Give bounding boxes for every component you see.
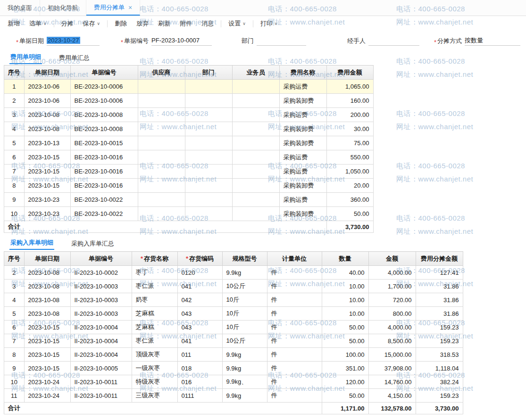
table-cell[interactable]: 360.00 xyxy=(326,193,373,207)
table-cell[interactable]: 15,000.00 xyxy=(368,348,416,362)
table-cell[interactable]: 2023-10-13 xyxy=(24,136,70,150)
table-row[interactable]: 102023-10-24II-2023-10-0011特级灰枣0169.9kg、… xyxy=(4,375,463,389)
table-cell[interactable]: 20.00 xyxy=(326,179,373,193)
table-cell[interactable]: 件 xyxy=(267,389,322,403)
table-cell[interactable]: 50.00 xyxy=(326,207,373,221)
table-cell[interactable]: 041 xyxy=(177,334,222,348)
table-cell[interactable]: 351.00 xyxy=(322,362,368,375)
table-cell[interactable]: 7 xyxy=(4,165,25,179)
table-cell[interactable]: 件 xyxy=(267,362,322,375)
tab-receipt-detail[interactable]: 采购入库单明细 xyxy=(9,237,54,250)
table-cell[interactable]: 9.9kg xyxy=(222,362,267,375)
table-cell[interactable]: 2023-10-23 xyxy=(24,193,70,207)
table-cell[interactable]: 2 xyxy=(4,266,25,280)
table-cell[interactable]: 枣丁 xyxy=(132,266,177,280)
table-cell[interactable]: 10斤 xyxy=(222,321,267,334)
table-cell[interactable]: 2023-10-15 xyxy=(24,150,70,165)
table-cell[interactable] xyxy=(138,179,185,193)
table-cell[interactable] xyxy=(138,207,185,221)
table-cell[interactable]: 5 xyxy=(4,136,25,150)
table-cell[interactable]: 043 xyxy=(177,307,222,321)
table-cell[interactable]: 9 xyxy=(4,193,25,207)
table-cell[interactable]: 顶级灰枣 xyxy=(132,348,177,362)
table-cell[interactable]: II-2023-10-0003 xyxy=(70,280,132,293)
handler-input[interactable] xyxy=(368,36,419,46)
table-cell[interactable]: 枣仁派 xyxy=(132,280,177,293)
table-cell[interactable]: 采购装卸费 xyxy=(279,179,326,193)
column-header[interactable]: 规格型号 xyxy=(222,252,267,266)
table-cell[interactable]: 10公斤 xyxy=(222,280,267,293)
table-row[interactable]: 52023-10-13BE-2023-10-0015采购装卸费75.00 xyxy=(4,136,374,150)
table-cell[interactable]: II-2023-10-0004 xyxy=(70,334,132,348)
table-cell[interactable]: 9.9kg xyxy=(222,348,267,362)
table-cell[interactable]: 采购装卸费 xyxy=(279,94,326,108)
table-cell[interactable]: 6 xyxy=(4,150,25,165)
table-cell[interactable]: 采购装卸费 xyxy=(279,122,326,136)
column-header[interactable]: 单据编号 xyxy=(70,66,138,80)
table-cell[interactable]: 2023-10-15 xyxy=(24,334,70,348)
table-cell[interactable]: 一级灰枣 xyxy=(132,362,177,375)
table-cell[interactable]: 2023-10-24 xyxy=(24,375,70,389)
column-header[interactable]: 计量单位 xyxy=(267,252,322,266)
table-cell[interactable]: 10斤 xyxy=(222,293,267,307)
table-cell[interactable]: 件 xyxy=(267,280,322,293)
table-row[interactable]: 42023-10-08BE-2023-10-0008采购装卸费30.00 xyxy=(4,122,374,136)
table-cell[interactable]: 8,500.00 xyxy=(368,334,416,348)
table-cell[interactable] xyxy=(185,94,232,108)
table-cell[interactable]: II-2023-10-0005 xyxy=(70,362,132,375)
table-cell[interactable] xyxy=(185,179,232,193)
table-row[interactable]: 82023-10-15II-2023-10-0004顶级灰枣0119.9kg件1… xyxy=(4,348,463,362)
table-cell[interactable]: II-2023-10-0011 xyxy=(70,375,132,389)
table-cell[interactable] xyxy=(185,136,232,150)
table-cell[interactable]: II-2023-10-0003 xyxy=(70,307,132,321)
table-cell[interactable]: II-2023-10-0004 xyxy=(70,321,132,334)
table-cell[interactable] xyxy=(185,150,232,165)
table-cell[interactable]: 041 xyxy=(177,280,222,293)
table-cell[interactable] xyxy=(138,94,185,108)
table-cell[interactable] xyxy=(185,122,232,136)
table-cell[interactable]: 件 xyxy=(267,321,322,334)
table-cell[interactable]: 2023-10-08 xyxy=(24,307,70,321)
table-cell[interactable]: BE-2023-10-0016 xyxy=(70,179,138,193)
table-cell[interactable]: 2023-10-06 xyxy=(24,80,70,94)
table-cell[interactable]: 043 xyxy=(177,321,222,334)
table-cell[interactable]: 件 xyxy=(267,334,322,348)
tab-init-navigation[interactable]: 初始化导航 xyxy=(40,0,86,16)
table-cell[interactable]: 10 xyxy=(4,207,25,221)
table-cell[interactable]: 382.24 xyxy=(416,375,463,389)
table-cell[interactable]: BE-2023-10-0016 xyxy=(70,150,138,165)
table-cell[interactable] xyxy=(138,193,185,207)
table-cell[interactable]: 50.00 xyxy=(322,389,368,403)
table-cell[interactable]: 9.9kg、 xyxy=(222,375,267,389)
table-cell[interactable]: 10.00 xyxy=(322,280,368,293)
table-cell[interactable]: BE-2023-10-0016 xyxy=(70,165,138,179)
table-row[interactable]: 62023-10-15BE-2023-10-0016采购运费550.00 xyxy=(4,150,374,165)
tab-expense-detail[interactable]: 费用单明细 xyxy=(9,51,42,64)
message-button[interactable]: 消息 xyxy=(197,17,218,30)
column-header[interactable]: 单据编号 xyxy=(70,252,132,266)
table-row[interactable]: 82023-10-15BE-2023-10-0016采购装卸费20.00 xyxy=(4,179,374,193)
allocate-button[interactable]: 分摊 xyxy=(57,17,78,30)
table-cell[interactable]: 奶枣 xyxy=(132,293,177,307)
column-header[interactable]: 金额 xyxy=(368,252,416,266)
table-cell[interactable] xyxy=(185,193,232,207)
table-cell[interactable]: II-2023-10-0002 xyxy=(70,266,132,280)
column-header[interactable]: 费用名称 xyxy=(279,66,326,80)
table-cell[interactable]: 0120 xyxy=(177,266,222,280)
table-cell[interactable]: 2023-10-06 xyxy=(24,94,70,108)
column-header[interactable]: *存货名称 xyxy=(132,252,177,266)
table-cell[interactable]: 7 xyxy=(4,334,25,348)
table-cell[interactable]: BE-2023-10-0006 xyxy=(70,80,138,94)
table-cell[interactable]: 127.41 xyxy=(416,266,463,280)
table-cell[interactable]: 11 xyxy=(4,389,25,403)
table-cell[interactable]: II-2023-10-0011 xyxy=(70,389,132,403)
table-row[interactable]: 72023-10-15II-2023-10-0004枣仁派04110公斤件50.… xyxy=(4,334,463,348)
table-cell[interactable]: 1 xyxy=(4,80,25,94)
doc-date-input[interactable]: 2023-10-27 xyxy=(47,36,100,46)
select-doc-button[interactable]: 选单 xyxy=(25,17,51,30)
table-cell[interactable]: BE-2023-10-0006 xyxy=(70,94,138,108)
delete-button[interactable]: 删除 xyxy=(110,17,132,30)
table-row[interactable]: 22023-10-08II-2023-10-0002枣丁01209.9kg件40… xyxy=(4,266,463,280)
table-cell[interactable]: 720.00 xyxy=(368,293,416,307)
table-cell[interactable] xyxy=(138,150,185,165)
